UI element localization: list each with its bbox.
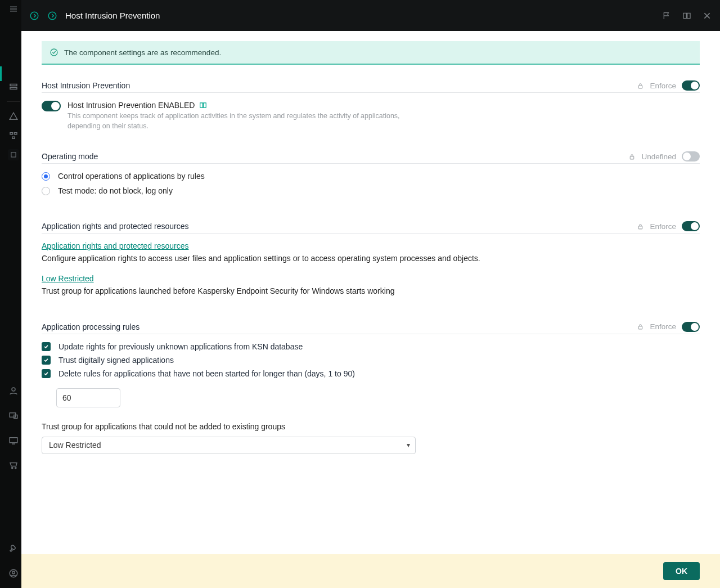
link-app-rights[interactable]: Application rights and protected resourc… [42,241,188,250]
svg-rect-5 [10,133,13,134]
radio-test-mode[interactable] [42,187,50,195]
nodes-icon[interactable] [8,130,19,141]
svg-point-22 [51,49,57,56]
monitor-icon[interactable] [8,435,19,446]
enforce-toggle-hip[interactable] [682,80,700,91]
link-low-restricted[interactable]: Low Restricted [42,274,94,283]
check-circle-icon [50,48,58,57]
svg-rect-24 [631,156,634,159]
close-icon[interactable] [702,11,712,21]
lock-icon [628,153,636,160]
svg-rect-7 [12,137,15,138]
section-mode-title: Operating mode [42,152,98,161]
check-label-update: Update rights for previously unknown app… [58,342,303,351]
days-input[interactable] [56,388,120,407]
section-proc-title: Application processing rules [42,322,140,331]
enforce-label: Enforce [650,222,676,231]
back-circle-icon[interactable] [29,11,39,21]
svg-point-17 [12,571,15,574]
settings-panel: Host Intrusion Prevention The component … [21,0,720,588]
radio-control-by-rules[interactable] [42,172,50,181]
svg-point-15 [15,467,16,468]
wrench-icon[interactable] [8,543,19,554]
section-mode-header: Operating mode Undefined [42,151,700,164]
cart-icon[interactable] [8,460,19,471]
svg-point-19 [48,12,56,20]
panel-header: Host Intrusion Prevention [21,0,720,31]
lock-icon [637,82,644,89]
lock-icon [637,323,644,330]
svg-point-9 [12,388,15,391]
alert-icon[interactable] [8,111,19,122]
enforce-label: Enforce [650,322,676,331]
panel-title: Host Intrusion Prevention [65,11,160,20]
desc-low-restricted: Trust group for applications launched be… [42,285,700,297]
checkbox-update-rights[interactable] [42,342,51,351]
forward-circle-icon[interactable] [47,11,57,21]
ok-button[interactable]: OK [663,562,700,580]
radio-label-control: Control operations of applications by ru… [58,172,205,181]
hip-enabled-toggle[interactable] [42,101,61,111]
enforce-toggle-mode[interactable] [682,151,700,161]
svg-rect-12 [10,438,17,443]
devices-icon[interactable] [8,410,19,421]
enforce-label: Enforce [650,82,676,90]
enforce-toggle-rights[interactable] [682,221,700,231]
banner-text: The component settings are as recommende… [64,48,221,57]
recommended-banner: The component settings are as recommende… [42,41,700,65]
svg-rect-26 [639,326,643,329]
section-proc-header: Application processing rules Enforce [42,322,700,334]
svg-rect-25 [639,226,643,228]
checkbox-trust-signed[interactable] [42,356,51,365]
section-rights-title: Application rights and protected resourc… [42,222,188,231]
section-hip-header: Host Intrusion Prevention Enforce [42,80,700,93]
trust-group-select[interactable]: Low Restricted [42,437,416,454]
svg-rect-6 [15,133,17,134]
section-hip-title: Host Intrusion Prevention [42,81,130,90]
hamburger-icon[interactable] [8,3,19,15]
flag-icon[interactable] [662,11,672,21]
account-icon[interactable] [8,568,19,579]
svg-rect-8 [11,152,16,157]
hip-enabled-desc: This component keeps track of applicatio… [68,111,428,131]
state-label: Undefined [641,152,676,161]
lock-icon [637,223,644,230]
desc-app-rights: Configure application rights to access u… [42,253,700,264]
radio-label-test: Test mode: do not block, log only [58,186,173,195]
svg-rect-3 [10,84,17,86]
selected-nav-icon[interactable] [8,149,19,160]
section-rights-header: Application rights and protected resourc… [42,221,700,234]
help-book-icon[interactable] [199,101,207,109]
user-icon[interactable] [8,385,19,397]
svg-point-14 [12,467,13,468]
svg-rect-23 [639,85,643,88]
trust-group-label: Trust group for applications that could … [42,422,700,431]
checkbox-delete-rules[interactable] [42,369,51,378]
check-label-trust: Trust digitally signed applications [58,356,174,365]
hip-enabled-title: Host Intrusion Prevention ENABLED [68,101,195,110]
enforce-toggle-proc[interactable] [682,322,700,332]
trust-group-selected: Low Restricted [49,441,101,450]
svg-rect-4 [10,88,17,89]
panel-icon[interactable] [8,81,19,92]
book-icon[interactable] [682,11,692,21]
check-label-delete: Delete rules for applications that have … [58,369,355,378]
panel-footer: OK [21,554,720,588]
svg-point-18 [30,12,38,20]
